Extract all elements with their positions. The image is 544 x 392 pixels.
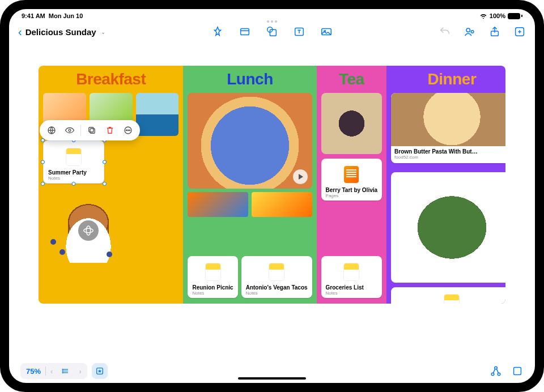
svg-point-19 xyxy=(84,228,94,232)
card-title: Groceries List xyxy=(326,284,378,291)
board: Breakfast xyxy=(39,66,505,304)
toolbar-divider xyxy=(80,125,81,136)
more-tool-icon[interactable] xyxy=(120,122,137,138)
ipad-frame: 9:41 AM Mon Jun 10 100% ‹ Delicious Sund… xyxy=(0,0,544,392)
card-subtitle: Notes xyxy=(192,291,233,296)
back-button[interactable]: ‹ xyxy=(18,25,22,39)
notes-app-icon xyxy=(344,263,359,280)
notes-app-icon xyxy=(269,263,284,280)
card-subtitle: Notes xyxy=(326,291,378,296)
resize-handle[interactable] xyxy=(41,160,45,164)
column-title-tea: Tea xyxy=(321,70,382,88)
battery-icon xyxy=(508,13,522,19)
notes-app-icon xyxy=(66,148,81,165)
insert-media-icon[interactable] xyxy=(320,25,333,38)
play-icon[interactable] xyxy=(293,169,308,184)
resize-handle[interactable] xyxy=(72,182,76,186)
image-drink[interactable] xyxy=(188,192,248,217)
card-groceries-list[interactable]: Groceries List Notes xyxy=(321,256,382,298)
selection-toolbar xyxy=(40,120,140,140)
draw-tool-icon[interactable] xyxy=(211,25,224,38)
new-board-icon[interactable] xyxy=(513,25,526,38)
column-tea[interactable]: Tea Berry Tart by Olivia Pages Groceries… xyxy=(317,66,387,304)
share-icon[interactable] xyxy=(488,25,501,38)
svg-rect-0 xyxy=(241,29,249,35)
svg-point-7 xyxy=(466,28,470,32)
svg-point-8 xyxy=(471,31,474,33)
pages-app-icon xyxy=(344,166,359,183)
notes-app-icon xyxy=(444,295,459,304)
svg-point-26 xyxy=(63,372,63,373)
svg-rect-2 xyxy=(270,29,276,36)
link-tool-icon[interactable] xyxy=(43,122,60,138)
collaborate-icon[interactable] xyxy=(464,25,476,38)
column-title-dinner: Dinner xyxy=(391,70,505,88)
favorites-button[interactable] xyxy=(92,363,108,379)
status-bar: 9:41 AM Mon Jun 10 100% xyxy=(9,9,535,20)
insert-shape-icon[interactable] xyxy=(266,25,278,38)
preview-tool-icon[interactable] xyxy=(61,122,78,138)
svg-point-30 xyxy=(495,367,498,369)
video-tacos[interactable] xyxy=(188,93,312,189)
zoom-level-button[interactable]: 75% xyxy=(22,364,45,378)
diagram-mode-icon[interactable] xyxy=(490,365,502,377)
svg-point-20 xyxy=(86,225,90,235)
card-subtitle: Notes xyxy=(246,291,308,296)
battery-percent: 100% xyxy=(490,12,505,19)
document-title[interactable]: Delicious Sunday xyxy=(26,27,96,37)
link-card-pasta[interactable]: Brown Butter Pasta With But… food52.com xyxy=(391,93,505,163)
svg-point-18 xyxy=(129,130,130,131)
image-juice[interactable] xyxy=(252,192,312,217)
image-grapes[interactable] xyxy=(136,93,179,136)
resize-handle[interactable] xyxy=(103,160,107,164)
svg-point-17 xyxy=(128,130,129,131)
undo-icon[interactable] xyxy=(439,25,451,38)
card-cooking-inspiration[interactable]: Cooking Inspiration Notes xyxy=(391,287,505,304)
column-title-lunch: Lunch xyxy=(188,70,312,88)
duplicate-tool-icon[interactable] xyxy=(83,122,100,138)
card-subtitle: Notes xyxy=(48,176,99,181)
home-indicator[interactable] xyxy=(238,377,306,380)
link-image xyxy=(391,93,505,146)
svg-point-12 xyxy=(69,129,71,131)
svg-rect-13 xyxy=(90,129,95,133)
status-date: Mon Jun 10 xyxy=(49,12,83,19)
insert-text-icon[interactable] xyxy=(293,25,305,38)
link-title: Brown Butter Pasta With But… xyxy=(394,148,505,155)
status-time: 9:41 AM xyxy=(22,12,45,19)
fit-board-icon[interactable] xyxy=(511,365,524,377)
zoom-controls: 75% ‹ › xyxy=(20,363,87,379)
svg-point-25 xyxy=(63,370,63,371)
column-dinner[interactable]: Dinner Brown Butter Pasta With But… food… xyxy=(386,66,505,304)
board-canvas[interactable]: Breakfast xyxy=(9,43,535,359)
screen: 9:41 AM Mon Jun 10 100% ‹ Delicious Sund… xyxy=(9,9,535,383)
card-title: Antonio's Vegan Tacos xyxy=(246,284,308,291)
card-antonios-tacos[interactable]: Antonio's Vegan Tacos Notes xyxy=(241,256,312,298)
svg-point-24 xyxy=(63,369,63,370)
column-lunch[interactable]: Lunch Reunion Picnic Notes xyxy=(183,66,316,304)
delete-tool-icon[interactable] xyxy=(101,122,118,138)
card-berry-tart[interactable]: Berry Tart by Olivia Pages xyxy=(321,159,382,201)
svg-point-16 xyxy=(126,130,127,131)
document-menu-chevron-icon[interactable]: ⌄ xyxy=(101,29,105,35)
image-berry-tart[interactable] xyxy=(321,93,382,154)
card-title: Reunion Picnic xyxy=(192,284,233,291)
column-breakfast[interactable]: Breakfast xyxy=(39,66,183,304)
link-domain: food52.com xyxy=(394,155,505,160)
image-pancakes[interactable] xyxy=(43,189,134,263)
boards-list-icon[interactable] xyxy=(57,364,74,378)
app-toolbar: ‹ Delicious Sunday ⌄ xyxy=(9,20,535,43)
resize-handle[interactable] xyxy=(41,182,45,186)
svg-rect-31 xyxy=(514,368,521,375)
spatial-icon[interactable] xyxy=(78,220,99,241)
prev-board-button[interactable]: ‹ xyxy=(46,364,57,378)
resize-handle[interactable] xyxy=(103,182,107,186)
selected-item[interactable]: Summer Party Notes xyxy=(43,140,104,184)
card-reunion-picnic[interactable]: Reunion Picnic Notes xyxy=(188,256,237,298)
card-summer-party[interactable]: Summer Party Notes xyxy=(43,140,104,184)
card-subtitle: Pages xyxy=(326,193,378,198)
paint-tool-icon[interactable] xyxy=(239,25,251,38)
next-board-button[interactable]: › xyxy=(74,364,86,378)
image-salad[interactable] xyxy=(391,172,505,283)
card-title: Berry Tart by Olivia xyxy=(326,187,378,193)
